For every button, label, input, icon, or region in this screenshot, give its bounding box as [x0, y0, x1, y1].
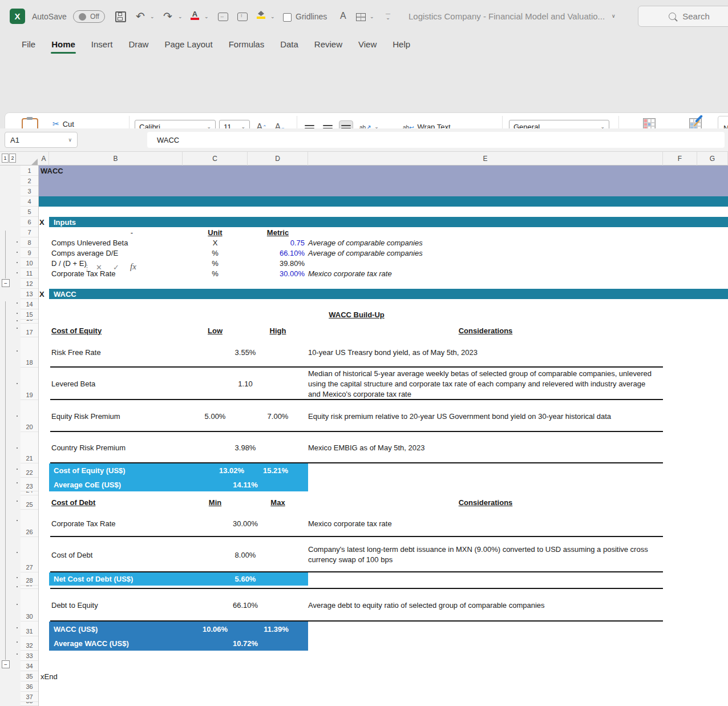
input-row-label[interactable]: Corporate Tax Rate — [51, 268, 116, 279]
row-header-25[interactable]: 25 — [21, 495, 38, 510]
input-row-value[interactable]: 66.10% — [248, 248, 305, 258]
considerations-header[interactable]: Considerations — [308, 324, 663, 337]
input-row-label[interactable]: D / (D + E) — [51, 258, 87, 268]
outline-level-1-button[interactable]: 1 — [2, 154, 9, 163]
row-header-8[interactable]: 8 — [21, 237, 38, 248]
wacc-average-label[interactable]: Average WACC (US$) — [54, 636, 129, 651]
buildup-row-value[interactable]: 3.98% — [183, 432, 308, 463]
document-title[interactable]: Logistics Company - Financial Model and … — [409, 11, 616, 21]
high-header[interactable]: High — [248, 324, 308, 337]
input-row-unit[interactable]: X — [183, 237, 248, 248]
row-header-2[interactable]: 2 — [21, 176, 38, 186]
buildup-row-label[interactable]: Debt to Equity — [51, 589, 98, 622]
gridlines-checkbox[interactable] — [283, 13, 292, 22]
net-cod-label[interactable]: Net Cost of Debt (US$) — [54, 572, 133, 586]
buildup-row-note[interactable]: 10-year US Treasry bond yield, as of May… — [308, 337, 478, 368]
considerations-header[interactable]: Considerations — [308, 495, 663, 510]
tab-help[interactable]: Help — [385, 33, 418, 55]
font-color-button[interactable]: A — [191, 11, 199, 20]
buildup-row-value[interactable]: 1.10 — [183, 368, 308, 400]
row-header-15[interactable]: 15 — [21, 309, 38, 320]
buildup-row-note[interactable]: Company's latest long-term debt issuance… — [308, 541, 653, 568]
wacc-result-high[interactable]: 11.39% — [248, 622, 305, 636]
coe-header-label[interactable]: Cost of Equity — [51, 324, 102, 337]
buildup-row-label[interactable]: Equity Risk Premium — [51, 400, 120, 432]
row-header-27[interactable]: 27 — [21, 537, 38, 572]
row-header-38[interactable]: 38 — [21, 702, 38, 706]
input-row-unit[interactable]: % — [183, 258, 248, 268]
row-header-11[interactable]: 11 — [21, 268, 38, 279]
row-header-20[interactable]: 20 — [21, 400, 38, 432]
input-row-note[interactable]: Mexico corporate tax rate — [308, 268, 392, 279]
buildup-row-note[interactable]: Median of historical 5-year average week… — [308, 368, 653, 400]
cell-end-marker[interactable]: xEnd — [41, 671, 58, 681]
row-header-21[interactable]: 21 — [21, 432, 38, 463]
buildup-row-high[interactable]: 7.00% — [248, 400, 308, 432]
row-header-10[interactable]: 10 — [21, 258, 38, 268]
row-header-4[interactable]: 4 — [21, 196, 38, 207]
row-header-26[interactable]: 26 — [21, 510, 38, 537]
row-header-9[interactable]: 9 — [21, 248, 38, 258]
buildup-row-value[interactable]: 3.55% — [183, 337, 308, 368]
input-row-unit[interactable]: % — [183, 248, 248, 258]
tab-draw[interactable]: Draw — [120, 33, 156, 55]
row-header-31[interactable]: 31 — [21, 622, 38, 636]
buildup-row-value[interactable]: 8.00% — [183, 537, 308, 572]
row-header-37[interactable]: 37 — [21, 692, 38, 702]
buildup-title[interactable]: WACC Build-Up — [294, 309, 419, 320]
tab-home[interactable]: Home — [43, 33, 83, 55]
toolbar-overflow-button[interactable] — [386, 13, 390, 21]
cell-a1-title[interactable]: WACC — [41, 166, 63, 176]
buildup-row-value[interactable]: 66.10% — [183, 589, 308, 622]
coe-result-label[interactable]: Cost of Equity (US$) — [54, 463, 126, 478]
input-row-note[interactable]: Average of comparable companies — [308, 237, 423, 248]
table-style-dropdown[interactable]: ⌄ — [370, 14, 374, 19]
fill-color-button[interactable] — [257, 11, 265, 19]
undo-button[interactable] — [136, 10, 145, 23]
row-header-32[interactable]: 32 — [21, 636, 38, 651]
tab-review[interactable]: Review — [306, 33, 350, 55]
resize-vertical-button[interactable] — [237, 13, 248, 21]
tab-formulas[interactable]: Formulas — [221, 33, 273, 55]
input-row-value[interactable]: 30.00% — [248, 268, 305, 279]
buildup-row-note[interactable]: Mexico EMBIG as of May 5th, 2023 — [308, 432, 424, 463]
input-row-label[interactable]: Comps average D/E — [51, 248, 118, 258]
undo-dropdown[interactable]: ⌄ — [150, 14, 155, 19]
row-header-1[interactable]: 1 — [21, 166, 38, 176]
row-header-30[interactable]: 30 — [21, 589, 38, 622]
table-style-button[interactable] — [356, 13, 366, 21]
input-row-value[interactable]: 0.75 — [248, 237, 305, 248]
coe-average-value[interactable]: 14.11% — [183, 478, 308, 491]
resize-horizontal-button[interactable] — [218, 13, 228, 21]
row-header-13[interactable]: 13 — [21, 289, 38, 299]
font-color-dropdown[interactable]: ⌄ — [204, 14, 209, 19]
wacc-result-label[interactable]: WACC (US$) — [54, 622, 98, 636]
row-header-35[interactable]: 35 — [21, 671, 38, 681]
buildup-row-note[interactable]: Mexico corporate tax rate — [308, 510, 392, 537]
buildup-row-label[interactable]: Levered Beta — [51, 368, 95, 400]
input-row-label[interactable]: Comps Unlevered Beta — [51, 237, 128, 248]
col-header-B[interactable]: B — [49, 152, 183, 166]
row-header-23[interactable]: 23 — [21, 478, 38, 491]
name-box[interactable]: A1 ∨ — [5, 132, 78, 148]
row-header-36[interactable]: 36 — [21, 681, 38, 692]
buildup-row-label[interactable]: Country Risk Premium — [51, 432, 126, 463]
redo-button[interactable] — [163, 10, 172, 23]
col-header-D[interactable]: D — [248, 152, 308, 166]
formula-input[interactable]: WACC — [147, 132, 725, 148]
inputs-section-label[interactable]: Inputs — [54, 217, 76, 227]
max-header[interactable]: Max — [248, 495, 308, 510]
outline-level-2-button[interactable]: 2 — [9, 154, 16, 163]
input-row-value[interactable]: 39.80% — [248, 258, 305, 268]
search-box[interactable]: Search — [638, 6, 728, 27]
buildup-row-label[interactable]: Cost of Debt — [51, 537, 92, 572]
col-header-C[interactable]: C — [183, 152, 248, 166]
metric-header[interactable]: Metric — [248, 227, 308, 237]
save-button[interactable] — [115, 11, 126, 22]
fill-color-dropdown[interactable]: ⌄ — [270, 14, 275, 19]
tab-file[interactable]: File — [14, 33, 43, 55]
coe-average-label[interactable]: Average CoE (US$) — [54, 478, 121, 491]
coe-result-high[interactable]: 15.21% — [248, 463, 304, 478]
buildup-row-note[interactable]: Average debt to equity ratio of selected… — [308, 589, 545, 622]
input-row-note[interactable]: Average of comparable companies — [308, 248, 423, 258]
